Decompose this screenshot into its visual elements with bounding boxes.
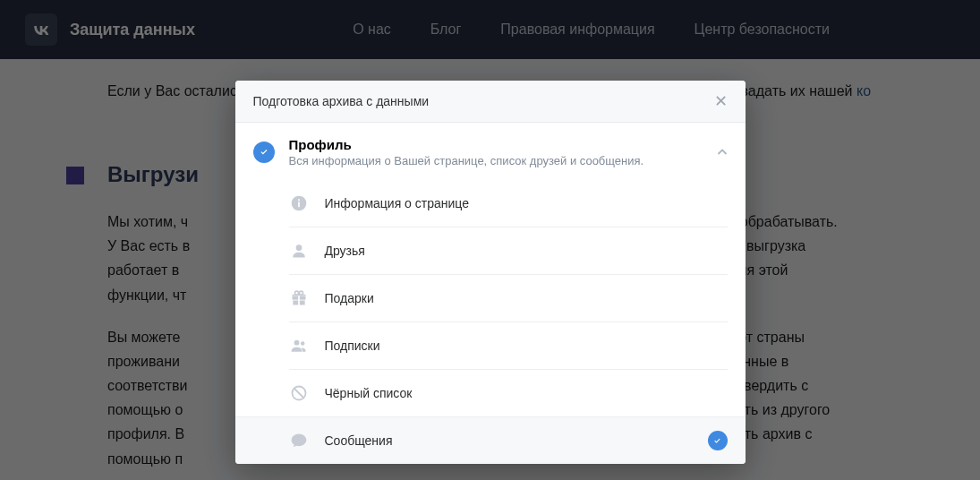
item-page-info[interactable]: Информация о странице [289, 180, 728, 227]
info-icon [289, 193, 309, 213]
profile-section-name: Профиль [289, 137, 717, 152]
modal-title: Подготовка архива с данными [253, 94, 714, 108]
modal-overlay[interactable]: Подготовка архива с данными ✕ Профиль Вс… [0, 0, 980, 480]
check-icon [253, 141, 275, 163]
svg-point-12 [300, 341, 304, 346]
item-friends[interactable]: Друзья [289, 227, 728, 274]
profile-section-text: Профиль Вся информация о Вашей странице,… [289, 137, 717, 167]
svg-rect-5 [299, 296, 305, 300]
svg-point-10 [299, 291, 303, 295]
item-messages[interactable]: Сообщения [235, 416, 746, 464]
svg-rect-1 [298, 201, 300, 207]
item-label: Друзья [325, 244, 728, 258]
close-icon[interactable]: ✕ [714, 93, 728, 109]
svg-point-11 [294, 340, 299, 346]
svg-point-2 [297, 199, 299, 201]
message-icon [289, 431, 309, 450]
svg-rect-4 [292, 296, 298, 300]
people-icon [289, 336, 309, 356]
modal-header: Подготовка архива с данными ✕ [235, 81, 746, 123]
block-icon [289, 383, 309, 403]
svg-rect-6 [293, 301, 298, 305]
check-icon [708, 431, 728, 450]
item-label: Сообщения [325, 433, 708, 448]
person-icon [289, 241, 309, 261]
item-label: Подписки [325, 339, 728, 353]
item-blacklist[interactable]: Чёрный список [289, 369, 728, 416]
item-label: Информация о странице [325, 196, 728, 210]
item-label: Подарки [325, 291, 728, 305]
profile-section-header[interactable]: Профиль Вся информация о Вашей странице,… [235, 123, 746, 180]
svg-line-14 [294, 389, 303, 398]
svg-point-9 [294, 291, 298, 295]
svg-rect-8 [292, 295, 305, 296]
item-subscriptions[interactable]: Подписки [289, 321, 728, 369]
svg-rect-7 [299, 301, 304, 305]
profile-items: Информация о странице Друзья Подарки Под… [235, 180, 746, 464]
gift-icon [289, 288, 309, 308]
archive-modal: Подготовка архива с данными ✕ Профиль Вс… [235, 81, 746, 464]
item-gifts[interactable]: Подарки [289, 274, 728, 321]
item-label: Чёрный список [325, 386, 728, 400]
chevron-up-icon [717, 147, 728, 158]
svg-point-3 [295, 244, 302, 251]
profile-section-desc: Вся информация о Вашей странице, список … [289, 154, 717, 167]
